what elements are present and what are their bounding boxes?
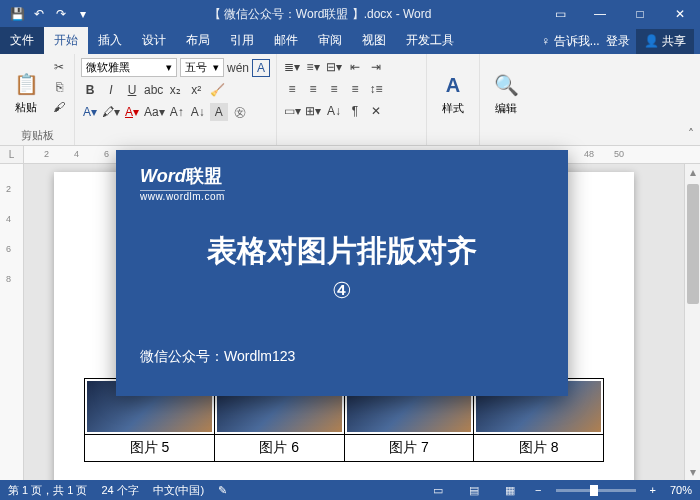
align-left-icon[interactable]: ≡ [283,80,301,98]
caption-cell[interactable]: 图片 8 [474,435,604,462]
phonetic-guide-icon[interactable]: wén [227,59,249,77]
zoom-out-icon[interactable]: − [535,484,541,496]
editing-button[interactable]: 🔍 编辑 [486,58,526,129]
paste-icon: 📋 [12,70,40,98]
numbering-icon[interactable]: ≡▾ [304,58,322,76]
collapse-ribbon-icon[interactable]: ˄ [688,127,694,141]
text-effects-icon[interactable]: A▾ [81,103,99,121]
ruler-tick: 8 [6,274,11,284]
zoom-in-icon[interactable]: + [650,484,656,496]
ruler-vertical[interactable]: 2 4 6 8 [0,164,24,480]
ruler-tick: 50 [614,149,624,159]
undo-icon[interactable]: ↶ [30,5,48,23]
borders-icon[interactable]: ⊞▾ [304,102,322,120]
zoom-level[interactable]: 70% [670,484,692,496]
overlay-title: 表格对图片排版对齐 [140,231,544,272]
paste-button[interactable]: 📋 粘贴 [6,58,46,126]
share-button[interactable]: 👤 共享 [636,29,694,54]
logo-url: www.wordlm.com [140,190,225,202]
font-size-select[interactable]: 五号▾ [180,58,224,77]
status-page[interactable]: 第 1 页，共 1 页 [8,483,87,498]
strikethrough-button[interactable]: abc [144,81,163,99]
font-color-icon[interactable]: A▾ [123,103,141,121]
splash-overlay: Word联盟 www.wordlm.com 表格对图片排版对齐 ④ 微信公众号：… [116,150,568,396]
asian-layout-icon[interactable]: ✕ [367,102,385,120]
chevron-down-icon: ▾ [213,61,219,74]
caption-cell[interactable]: 图片 5 [85,435,215,462]
change-case-icon[interactable]: Aa▾ [144,103,165,121]
tab-layout[interactable]: 布局 [176,27,220,54]
char-shading-icon[interactable]: A [210,103,228,121]
grow-font-icon[interactable]: A↑ [168,103,186,121]
tell-me[interactable]: ♀ 告诉我... [541,33,599,50]
bold-button[interactable]: B [81,81,99,99]
increase-indent-icon[interactable]: ⇥ [367,58,385,76]
status-words[interactable]: 24 个字 [101,483,138,498]
align-center-icon[interactable]: ≡ [304,80,322,98]
decrease-indent-icon[interactable]: ⇤ [346,58,364,76]
copy-icon[interactable]: ⎘ [50,78,68,96]
save-icon[interactable]: 💾 [8,5,26,23]
paste-label: 粘贴 [15,100,37,115]
show-marks-icon[interactable]: ¶ [346,102,364,120]
tab-mailings[interactable]: 邮件 [264,27,308,54]
underline-button[interactable]: U [123,81,141,99]
ruler-tick: 48 [584,149,594,159]
font-name-select[interactable]: 微软雅黑▾ [81,58,177,77]
view-read-icon[interactable]: ▭ [427,482,449,498]
shading-icon[interactable]: ▭▾ [283,102,301,120]
bullets-icon[interactable]: ≣▾ [283,58,301,76]
character-border-icon[interactable]: A [252,59,270,77]
scroll-thumb[interactable] [687,184,699,304]
scrollbar-vertical[interactable]: ▴ ▾ [684,164,700,480]
zoom-slider[interactable] [556,489,636,492]
ruler-corner: L [0,146,24,163]
group-styles: A 样式 [427,54,480,145]
format-painter-icon[interactable]: 🖌 [50,98,68,116]
redo-icon[interactable]: ↷ [52,5,70,23]
tab-design[interactable]: 设计 [132,27,176,54]
superscript-button[interactable]: x² [187,81,205,99]
status-language[interactable]: 中文(中国) [153,483,204,498]
styles-icon: A [439,71,467,99]
ribbon-options-icon[interactable]: ▭ [540,0,580,28]
tab-insert[interactable]: 插入 [88,27,132,54]
maximize-icon[interactable]: □ [620,0,660,28]
align-right-icon[interactable]: ≡ [325,80,343,98]
track-changes-icon[interactable]: ✎ [218,484,227,497]
subscript-button[interactable]: x₂ [166,81,184,99]
caption-cell[interactable]: 图片 7 [344,435,474,462]
styles-button[interactable]: A 样式 [433,58,473,129]
view-print-icon[interactable]: ▤ [463,482,485,498]
quick-access-toolbar: 💾 ↶ ↷ ▾ [0,5,100,23]
highlight-icon[interactable]: 🖍▾ [102,103,120,121]
group-editing: 🔍 编辑 [480,54,532,145]
scroll-down-icon[interactable]: ▾ [685,464,700,480]
minimize-icon[interactable]: — [580,0,620,28]
ruler-tick: 6 [6,244,11,254]
enclose-char-icon[interactable]: ㊛ [231,103,249,121]
ruler-tick: 2 [44,149,49,159]
tab-review[interactable]: 审阅 [308,27,352,54]
cut-icon[interactable]: ✂ [50,58,68,76]
ruler-tick: 6 [104,149,109,159]
tab-file[interactable]: 文件 [0,27,44,54]
sort-icon[interactable]: A↓ [325,102,343,120]
multilevel-icon[interactable]: ⊟▾ [325,58,343,76]
view-web-icon[interactable]: ▦ [499,482,521,498]
line-spacing-icon[interactable]: ↕≡ [367,80,385,98]
tab-home[interactable]: 开始 [44,27,88,54]
tab-references[interactable]: 引用 [220,27,264,54]
sign-in[interactable]: 登录 [606,33,630,50]
caption-cell[interactable]: 图片 6 [214,435,344,462]
justify-icon[interactable]: ≡ [346,80,364,98]
shrink-font-icon[interactable]: A↓ [189,103,207,121]
tab-view[interactable]: 视图 [352,27,396,54]
tab-developer[interactable]: 开发工具 [396,27,464,54]
close-icon[interactable]: ✕ [660,0,700,28]
scroll-up-icon[interactable]: ▴ [685,164,700,180]
zoom-knob[interactable] [590,485,598,496]
qat-customize-icon[interactable]: ▾ [74,5,92,23]
clear-format-icon[interactable]: 🧹 [208,81,226,99]
italic-button[interactable]: I [102,81,120,99]
